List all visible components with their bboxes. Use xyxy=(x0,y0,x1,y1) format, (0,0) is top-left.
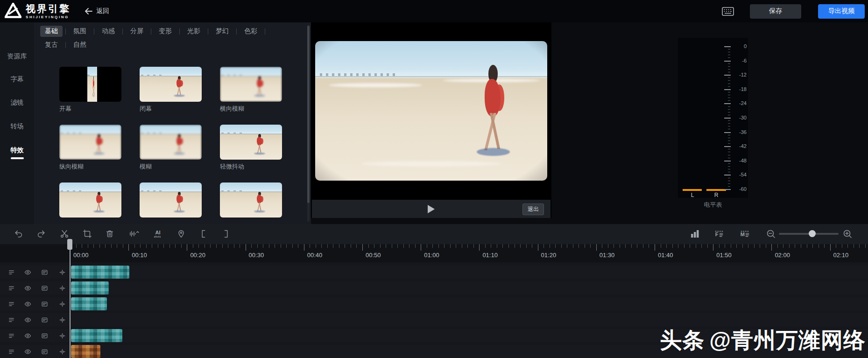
keyboard-shortcuts-icon[interactable] xyxy=(722,7,734,16)
tab-separator xyxy=(208,28,208,35)
bracket-out-icon[interactable] xyxy=(221,229,232,239)
effect-tab-8[interactable]: 色彩 xyxy=(240,26,262,37)
track-options-icon[interactable] xyxy=(7,268,15,276)
effect-item[interactable] xyxy=(140,183,202,224)
visibility-eye-icon[interactable] xyxy=(23,347,32,356)
track-options-icon[interactable] xyxy=(7,331,15,340)
effect-tab-7[interactable]: 梦幻 xyxy=(211,26,233,37)
visibility-eye-icon[interactable] xyxy=(23,331,32,340)
effect-item[interactable]: 闭幕 xyxy=(140,67,202,125)
timeline-toolbar: AIFM xyxy=(0,224,868,244)
track-options-icon[interactable] xyxy=(7,284,15,292)
zoom-slider-knob[interactable] xyxy=(809,230,816,237)
label-box-icon[interactable] xyxy=(40,284,49,292)
visibility-eye-icon[interactable] xyxy=(23,316,32,324)
meter-scale-label: -6 xyxy=(729,58,747,63)
ruler-major-tick xyxy=(362,244,363,251)
redo-icon[interactable] xyxy=(36,229,46,239)
ruler-time-label: 00:10 xyxy=(132,252,147,259)
visibility-eye-icon[interactable] xyxy=(23,284,32,292)
ruler-time-label: 02:00 xyxy=(775,252,790,259)
split-handle-icon[interactable] xyxy=(58,331,66,340)
zoom-out-icon[interactable] xyxy=(766,229,776,239)
sidebar-item-1[interactable]: 资源库 xyxy=(0,52,34,61)
effect-item[interactable] xyxy=(220,183,282,224)
save-button[interactable]: 保存 xyxy=(750,4,801,19)
timeline-clip[interactable] xyxy=(71,297,107,310)
split-handle-icon[interactable] xyxy=(58,284,66,292)
track-options-icon[interactable] xyxy=(7,316,15,324)
undo-icon[interactable] xyxy=(14,229,24,239)
timeline-clip[interactable] xyxy=(71,329,122,342)
effect-item[interactable]: 模糊 xyxy=(140,125,202,183)
effect-label: 纵向模糊 xyxy=(59,162,121,171)
split-handle-icon[interactable] xyxy=(58,347,66,356)
track-height-icon[interactable] xyxy=(690,229,700,239)
label-box-icon[interactable] xyxy=(40,268,49,276)
split-handle-icon[interactable] xyxy=(58,268,66,276)
effect-tab-3[interactable]: 动感 xyxy=(97,26,120,37)
ruler-major-tick xyxy=(830,244,831,251)
visibility-eye-icon[interactable] xyxy=(23,268,32,276)
crop-icon[interactable] xyxy=(82,229,92,239)
export-video-button[interactable]: 导出视频 xyxy=(818,4,865,19)
split-handle-icon[interactable] xyxy=(58,300,66,308)
back-button[interactable]: 返回 xyxy=(85,7,109,15)
effect-tab-1[interactable]: 复古 xyxy=(40,39,63,50)
app-logo: 视界引擎 SHIJIEYINQING xyxy=(0,3,71,20)
effect-track-icon[interactable]: F xyxy=(714,229,724,239)
sidebar-item-2[interactable]: 字幕 xyxy=(0,75,34,84)
sidebar-item-4[interactable]: 转场 xyxy=(0,122,34,131)
music-track-icon[interactable]: M xyxy=(740,229,750,239)
playhead-handle[interactable] xyxy=(67,239,72,250)
exit-button[interactable]: 退出 xyxy=(522,204,544,215)
sidebar-item-5[interactable]: 特效 xyxy=(0,146,34,154)
panel-scrollbar-thumb[interactable] xyxy=(307,26,310,203)
zoom-slider[interactable] xyxy=(779,233,839,235)
effect-item[interactable]: 轻微抖动 xyxy=(220,125,282,183)
bracket-in-icon[interactable] xyxy=(198,229,208,239)
preview-area: 退出 xyxy=(311,22,551,224)
timeline-clip[interactable] xyxy=(71,281,109,295)
label-box-icon[interactable] xyxy=(40,300,49,308)
effect-tab-2[interactable]: 自然 xyxy=(69,39,91,50)
effect-tab-6[interactable]: 光影 xyxy=(183,26,205,37)
ruler-minor-ticks xyxy=(70,244,868,248)
ruler-major-tick xyxy=(713,244,713,251)
effect-tab-4[interactable]: 分屏 xyxy=(126,26,148,37)
effects-grid: 开幕闭幕横向模糊纵向模糊模糊轻微抖动 xyxy=(59,67,282,224)
effect-item[interactable] xyxy=(59,183,121,224)
effect-tab-2[interactable]: 氛围 xyxy=(69,26,91,37)
trash-icon[interactable] xyxy=(105,229,115,239)
ai-subtitle-icon[interactable]: AI xyxy=(153,229,163,239)
timeline-clip[interactable] xyxy=(71,345,100,358)
timeline-ruler[interactable]: 00:0000:1000:2000:3000:4000:5001:0001:10… xyxy=(0,244,868,262)
meter-scale-label: 0 xyxy=(729,43,747,49)
label-box-icon[interactable] xyxy=(40,347,49,356)
effect-tab-5[interactable]: 变形 xyxy=(154,26,176,37)
effect-tab-1[interactable]: 基础 xyxy=(40,26,63,37)
effect-thumbnail xyxy=(140,67,202,102)
track-options-icon[interactable] xyxy=(7,347,15,356)
ruler-time-label: 01:00 xyxy=(424,252,439,259)
cut-icon[interactable] xyxy=(59,229,70,239)
timeline-clip[interactable] xyxy=(71,266,129,279)
zoom-in-icon[interactable] xyxy=(842,229,853,239)
audio-wave-icon[interactable] xyxy=(129,229,139,239)
play-icon[interactable] xyxy=(428,205,435,213)
visibility-eye-icon[interactable] xyxy=(23,300,32,308)
tab-separator xyxy=(265,28,265,35)
split-handle-icon[interactable] xyxy=(58,316,66,324)
marker-pin-icon[interactable] xyxy=(176,229,186,239)
effect-item[interactable]: 横向模糊 xyxy=(220,67,282,125)
tab-separator xyxy=(179,28,180,35)
effect-item[interactable]: 纵向模糊 xyxy=(59,125,121,183)
track-options-icon[interactable] xyxy=(7,300,15,308)
meter-scale-label: -48 xyxy=(729,158,747,163)
label-box-icon[interactable] xyxy=(40,331,49,340)
video-frame xyxy=(315,41,547,181)
sidebar-item-3[interactable]: 滤镜 xyxy=(0,98,34,107)
effect-item[interactable]: 开幕 xyxy=(59,67,121,125)
label-box-icon[interactable] xyxy=(40,316,49,324)
effects-panel: 基础氛围动感分屏变形光影梦幻色彩 复古自然 开幕闭幕横向模糊纵向模糊模糊轻微抖动 xyxy=(34,22,311,224)
